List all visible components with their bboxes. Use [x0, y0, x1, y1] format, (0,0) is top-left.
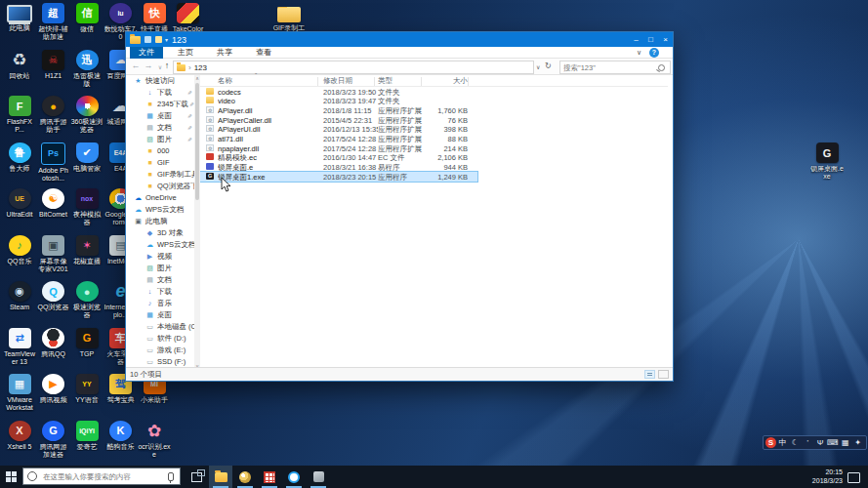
file-row[interactable]: codecs2018/3/23 19:50文件夹	[200, 87, 477, 97]
taskbar-search-input[interactable]	[41, 471, 166, 482]
sidebar-item[interactable]: ▶视频	[126, 251, 194, 263]
file-row[interactable]: APlayerCaller.dll2015/4/5 22:31应用程序扩展76 …	[200, 115, 477, 125]
sidebar-item[interactable]: ■QQ浏览器下载	[126, 181, 194, 192]
start-button[interactable]	[0, 466, 22, 488]
refresh-icon[interactable]: ↻	[545, 61, 552, 70]
details-view-button[interactable]	[644, 370, 655, 379]
desktop-icon[interactable]: YYYY语音	[70, 374, 103, 404]
sidebar-item[interactable]: ↓下载	[126, 286, 194, 298]
search-input[interactable]	[560, 63, 658, 72]
desktop-icon[interactable]: XXshell 5	[3, 421, 36, 451]
help-icon[interactable]: ?	[649, 48, 659, 58]
desktop-icon[interactable]: ✶花椒直播	[70, 235, 103, 265]
file-row[interactable]: APlayerUI.dll2016/12/13 15:35应用程序扩展398 K…	[200, 125, 477, 135]
breadcrumb[interactable]: 123	[194, 63, 207, 72]
desktop-icon[interactable]: TakeColor	[172, 3, 205, 33]
file-row[interactable]: atl71.dll2017/5/24 12:28应用程序扩展88 KB	[200, 135, 477, 144]
file-row[interactable]: 精易模块.ec2016/1/30 14:47EC 文件2,106 KB	[200, 153, 477, 163]
pinned-app-grey-button[interactable]	[307, 466, 330, 488]
minimize-button[interactable]: –	[629, 32, 643, 47]
microphone-icon[interactable]	[168, 472, 174, 481]
sidebar-item[interactable]: ▨图片	[126, 263, 194, 274]
desktop-icon[interactable]: ▶腾讯视频	[37, 374, 70, 404]
tab-共享[interactable]: 共享	[208, 47, 241, 59]
ime-toolbox-button[interactable]: ✦	[851, 436, 864, 449]
sidebar-item[interactable]: ▦桌面	[126, 309, 194, 321]
sidebar-item[interactable]: ↓下载✎	[126, 87, 194, 99]
desktop-icon[interactable]: iQiYi爱奇艺	[70, 421, 103, 451]
action-center-icon[interactable]	[847, 472, 860, 483]
sidebar-item[interactable]: ▤文档✎	[126, 122, 194, 134]
sidebar-item[interactable]: ■GIF录制工具	[126, 169, 194, 181]
file-explorer-button[interactable]	[209, 466, 232, 488]
pinned-app-elang-button[interactable]	[258, 466, 281, 488]
window-titlebar[interactable]: ▾ 123 – □ ×	[126, 32, 673, 47]
sidebar-item[interactable]: ▭本地磁盘 (C:)	[126, 321, 194, 333]
column-divider[interactable]	[317, 77, 318, 86]
file-row[interactable]: APlayer.dll2018/1/8 11:15应用程序扩展1,760 KB	[200, 105, 477, 115]
maximize-button[interactable]: □	[643, 32, 658, 47]
sidebar-item[interactable]: ☁WPS云文档	[126, 204, 194, 216]
column-header-size[interactable]: 大小	[425, 76, 468, 86]
ime-keyboard-button[interactable]: ⌨	[826, 436, 839, 449]
desktop-icon[interactable]: ✿ocr识别.exe	[138, 421, 171, 459]
column-divider[interactable]	[421, 77, 422, 86]
sidebar-item[interactable]: ▦桌面✎	[126, 110, 194, 122]
desktop-icon[interactable]: ☠H1Z1	[37, 50, 70, 80]
desktop-icon[interactable]: 此电脑	[3, 3, 36, 32]
sidebar-item[interactable]: ■000	[126, 145, 194, 157]
forward-button[interactable]: →	[143, 61, 154, 70]
desktop-icon[interactable]: ☯BitComet	[37, 188, 70, 219]
taskbar-clock[interactable]: 20:15 2018/3/23	[804, 468, 843, 485]
desktop-icon[interactable]: 360极速浏览器	[70, 96, 103, 134]
desktop-icon[interactable]: ●极速浏览器	[70, 281, 103, 319]
desktop-icon[interactable]: GTGP	[70, 328, 103, 358]
ime-mic-button[interactable]: Ψ	[814, 436, 827, 449]
task-view-button[interactable]	[185, 466, 208, 488]
qat-new-folder-button[interactable]	[155, 36, 162, 43]
sidebar-item[interactable]: ☁OneDrive	[126, 192, 194, 204]
sogou-logo-icon[interactable]: S	[765, 437, 776, 448]
desktop-icon[interactable]: ▦VMware Workstati...	[3, 374, 36, 412]
up-button[interactable]: ↑	[161, 61, 173, 70]
sidebar-item[interactable]: ▭软件 (D:)	[126, 333, 194, 345]
desktop-icon[interactable]: 鲁鲁大师	[3, 142, 36, 173]
sidebar-item[interactable]: ■GIF	[126, 157, 194, 169]
address-bar[interactable]: › 123	[173, 61, 534, 74]
ime-mode-cn-button[interactable]: 中	[776, 436, 789, 449]
ime-symbols-button[interactable]: ▦	[839, 436, 851, 449]
sidebar-item[interactable]: ■2345下载✎	[126, 99, 194, 110]
desktop-icon[interactable]: 信微信	[70, 3, 103, 33]
file-row[interactable]: npaplayer.dll2017/5/24 12:28应用程序扩展214 KB	[200, 143, 477, 153]
column-divider[interactable]	[468, 77, 469, 86]
qat-customize-chevron-icon[interactable]: ▾	[165, 36, 168, 43]
ime-fullhalf-button[interactable]: ☾	[789, 436, 802, 449]
desktop-icon[interactable]: 超超快排-辅助加速	[37, 3, 70, 41]
pinned-app-qq-browser-button[interactable]	[282, 466, 306, 488]
sidebar-item[interactable]: ▨图片✎	[126, 134, 194, 145]
sidebar-item[interactable]: ▤文档	[126, 274, 194, 286]
sidebar-item[interactable]: ▣此电脑	[126, 216, 194, 227]
desktop-icon[interactable]: UEUltraEdit	[3, 188, 36, 219]
large-icons-view-button[interactable]	[658, 370, 669, 379]
desktop-icon[interactable]: nox夜神模拟器	[70, 188, 103, 226]
desktop-icon[interactable]: FFlashFXP...	[3, 96, 36, 134]
desktop-icon[interactable]: ✔电脑管家	[70, 142, 103, 173]
file-row[interactable]: 锁屏桌面1.exe2018/3/23 20:15应用程序1,249 KB	[200, 172, 477, 182]
desktop-icon[interactable]: G腾讯网游加速器	[37, 421, 70, 459]
sidebar-item[interactable]: ◆3D 对象	[126, 227, 194, 239]
column-header-date[interactable]: 修改日期	[323, 76, 352, 86]
file-row[interactable]: 锁屏桌面.e2018/3/21 16:38易程序944 KB	[200, 163, 477, 173]
qat-properties-button[interactable]	[145, 36, 151, 43]
sidebar-item[interactable]: ♪音乐	[126, 298, 194, 309]
desktop-icon[interactable]: ◉Steam	[3, 281, 36, 311]
desktop-icon[interactable]: K酷狗音乐	[104, 421, 138, 451]
desktop-icon[interactable]: ♻回收站	[3, 50, 36, 80]
column-header-name[interactable]: 名称	[218, 76, 232, 86]
close-button[interactable]: ×	[658, 32, 673, 47]
back-button[interactable]: ←	[130, 61, 142, 70]
tab-文件[interactable]: 文件	[130, 47, 163, 59]
column-header-type[interactable]: 类型	[378, 76, 393, 86]
ime-punct-button[interactable]: '	[802, 436, 814, 449]
desktop-icon[interactable]: PsAdobe Photosh...	[37, 142, 70, 183]
